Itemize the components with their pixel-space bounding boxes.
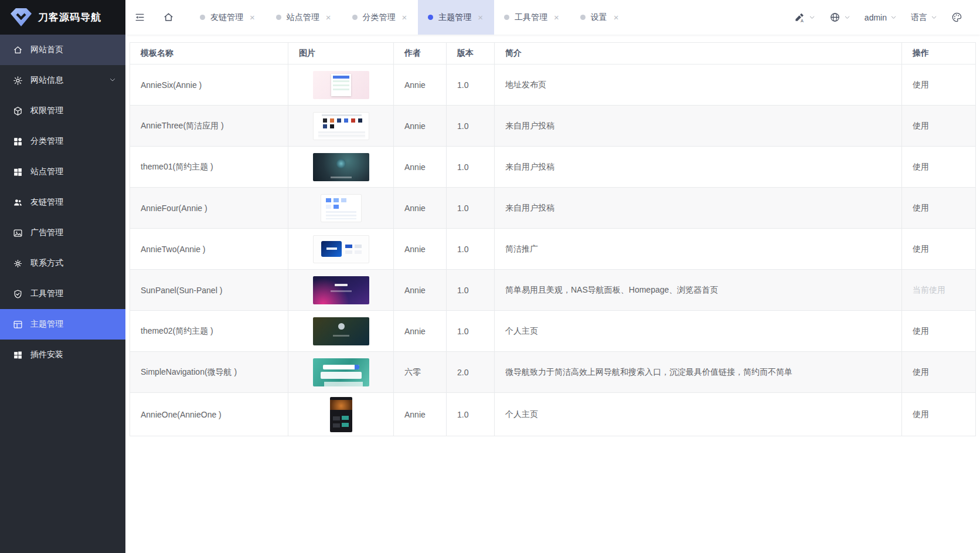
sidebar-item-sites[interactable]: 站点管理: [0, 157, 125, 187]
tab-settings[interactable]: 设置 ×: [570, 0, 630, 35]
table-header-row: 模板名称 图片 作者 版本 简介 操作: [130, 43, 976, 65]
plugin-windows-icon: [13, 350, 23, 360]
template-name: SimpleNavigation(微导航 ): [130, 352, 288, 393]
windows-icon: [13, 167, 23, 177]
collapse-sidebar-icon[interactable]: [125, 0, 154, 35]
sidebar-item-label: 广告管理: [30, 228, 63, 238]
format-brush-dropdown[interactable]: A: [790, 0, 820, 35]
close-tab-icon[interactable]: ×: [401, 12, 409, 22]
use-theme-button[interactable]: 使用: [913, 121, 929, 130]
palette-icon[interactable]: [947, 0, 967, 35]
tab-status-dot-icon: [428, 15, 433, 20]
template-desc: 来自用户投稿: [495, 106, 902, 147]
sidebar-item-permissions[interactable]: 权限管理: [0, 96, 125, 126]
template-name: AnnieThree(简洁应用 ): [130, 106, 288, 147]
tab-tools[interactable]: 工具管理 ×: [494, 0, 570, 35]
tab-label: 设置: [591, 12, 607, 23]
theme02-preview-thumbnail[interactable]: [313, 317, 369, 345]
template-author: Annie: [394, 188, 447, 229]
template-author: Annie: [394, 270, 447, 311]
tab-status-dot-icon: [352, 15, 358, 20]
sidebar-item-themes[interactable]: 主题管理: [0, 309, 125, 340]
close-tab-icon[interactable]: ×: [612, 12, 620, 22]
simplenavigation-preview-thumbnail[interactable]: [313, 358, 369, 386]
home-icon: [13, 45, 23, 55]
template-author: Annie: [394, 147, 447, 188]
sidebar-item-label: 分类管理: [30, 136, 63, 147]
col-header-desc: 简介: [495, 43, 902, 65]
tab-sites[interactable]: 站点管理 ×: [266, 0, 342, 35]
close-tab-icon[interactable]: ×: [249, 12, 256, 22]
close-tab-icon[interactable]: ×: [325, 12, 332, 22]
template-version: 1.0: [447, 270, 495, 311]
use-theme-button[interactable]: 使用: [913, 203, 929, 212]
sidebar-item-ads[interactable]: 广告管理: [0, 218, 125, 248]
anniethree-preview-thumbnail[interactable]: [313, 112, 369, 140]
use-theme-button[interactable]: 使用: [913, 326, 929, 335]
use-theme-button[interactable]: 使用: [913, 162, 929, 171]
tab-label: 友链管理: [210, 12, 243, 23]
sidebar-item-label: 网站信息: [30, 75, 63, 86]
table-row: AnnieThree(简洁应用 ) Annie 1.0 来自用户投稿 使用: [130, 106, 976, 147]
template-version: 2.0: [447, 352, 495, 393]
template-author: Annie: [394, 229, 447, 270]
template-author: 六零: [394, 352, 447, 393]
theme01-preview-thumbnail[interactable]: [313, 153, 369, 181]
theme-table-panel: 模板名称 图片 作者 版本 简介 操作 AnnieSix(Annie ) Ann…: [125, 35, 980, 553]
sidebar-item-categories[interactable]: 分类管理: [0, 126, 125, 157]
sidebar-item-contact[interactable]: 联系方式: [0, 248, 125, 279]
col-header-name: 模板名称: [130, 43, 288, 65]
user-menu[interactable]: admin: [860, 0, 901, 35]
anniefour-preview-thumbnail[interactable]: [321, 194, 362, 222]
sidebar-item-plugins[interactable]: 插件安装: [0, 340, 125, 370]
tab-friend-links[interactable]: 友链管理 ×: [190, 0, 266, 35]
home-icon[interactable]: [154, 0, 183, 35]
image-icon: [13, 228, 23, 238]
table-row: AnnieFour(Annie ) Annie 1.0 来自用户投稿 使用: [130, 188, 976, 229]
template-desc: 地址发布页: [495, 65, 902, 106]
sidebar-item-label: 站点管理: [30, 167, 63, 177]
close-tab-icon[interactable]: ×: [477, 12, 484, 22]
sunpanel-preview-thumbnail[interactable]: [313, 276, 369, 304]
tab-label: 站点管理: [287, 12, 319, 23]
template-version: 1.0: [447, 65, 495, 106]
svg-text:A: A: [801, 19, 804, 23]
template-desc: 微导航致力于简洁高效上网导航和搜索入口，沉淀最具价值链接，简约而不简单: [495, 352, 902, 393]
table-row: theme01(简约主题 ) Annie 1.0 来自用户投稿 使用: [130, 147, 976, 188]
tab-status-dot-icon: [200, 15, 205, 20]
use-theme-button[interactable]: 使用: [913, 80, 929, 89]
sidebar-menu: 网站首页 网站信息 权限管理 分类管理 站点管理 友链: [0, 35, 125, 370]
layout-icon: [13, 320, 23, 330]
use-theme-button[interactable]: 使用: [913, 409, 929, 419]
col-header-image: 图片: [288, 43, 394, 65]
users-icon: [13, 198, 23, 208]
sidebar-item-site-home[interactable]: 网站首页: [0, 35, 125, 65]
template-desc: 简单易用且美观，NAS导航面板、Homepage、浏览器首页: [495, 270, 902, 311]
sidebar-item-tools[interactable]: 工具管理: [0, 279, 125, 309]
annieone-preview-thumbnail[interactable]: [330, 397, 352, 432]
anniesix-preview-thumbnail[interactable]: [313, 71, 369, 99]
close-tab-icon[interactable]: ×: [553, 12, 560, 22]
sidebar-item-label: 主题管理: [30, 319, 63, 330]
template-name: theme01(简约主题 ): [130, 147, 288, 188]
tab-categories[interactable]: 分类管理 ×: [342, 0, 418, 35]
sidebar-item-friend-links[interactable]: 友链管理: [0, 187, 125, 218]
annietwo-preview-thumbnail[interactable]: [313, 235, 369, 263]
globe-dropdown[interactable]: [825, 0, 855, 35]
template-name: theme02(简约主题 ): [130, 311, 288, 352]
template-version: 1.0: [447, 393, 495, 436]
tab-label: 主题管理: [438, 12, 471, 23]
language-menu[interactable]: 语言: [906, 0, 942, 35]
sidebar-item-site-info[interactable]: 网站信息: [0, 65, 125, 96]
tab-bar: 友链管理 × 站点管理 × 分类管理 × 主题管理 ×: [190, 0, 630, 35]
table-row: SimpleNavigation(微导航 ) 六零 2.0 微导航致力于简洁高效…: [130, 352, 976, 393]
use-theme-button[interactable]: 使用: [913, 244, 929, 253]
template-desc: 简洁推广: [495, 229, 902, 270]
tab-status-dot-icon: [276, 15, 281, 20]
template-author: Annie: [394, 311, 447, 352]
template-desc: 个人主页: [495, 311, 902, 352]
template-version: 1.0: [447, 229, 495, 270]
use-theme-button[interactable]: 使用: [913, 367, 929, 376]
tab-themes[interactable]: 主题管理 ×: [418, 0, 494, 35]
template-author: Annie: [394, 106, 447, 147]
